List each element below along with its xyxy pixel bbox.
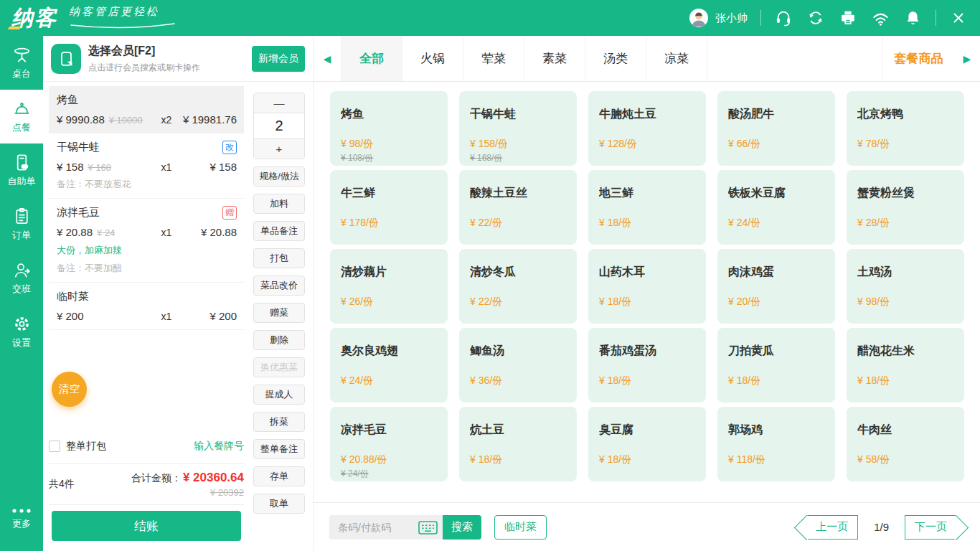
menu-item[interactable]: 郭场鸡 ¥ 118/份 bbox=[717, 407, 835, 481]
page-indicator: 1/9 bbox=[874, 521, 889, 533]
cloud-sync-icon[interactable] bbox=[806, 8, 826, 28]
dish-price: ¥ 18/份 bbox=[599, 296, 695, 309]
order-item-qty: x1 bbox=[151, 311, 182, 322]
order-item[interactable]: 凉拌毛豆 赠 ¥ 20.88 ¥ 24 x1 ¥ 20.88 大份，加麻加辣 备… bbox=[49, 199, 244, 283]
combo-products-tab[interactable]: 套餐商品 bbox=[882, 36, 954, 81]
menu-item[interactable]: 臭豆腐 ¥ 18/份 bbox=[588, 407, 706, 481]
username[interactable]: 张小帅 bbox=[715, 11, 748, 25]
prev-page-button[interactable]: 上一页 bbox=[806, 515, 858, 540]
order-item-badge[interactable]: 赠 bbox=[222, 206, 237, 220]
menu-item[interactable]: 牛肉丝 ¥ 58/份 bbox=[847, 407, 964, 481]
action-button[interactable]: 删除 bbox=[253, 330, 305, 350]
order-item[interactable]: 干锅牛蛙 改 ¥ 158 ¥ 168 x1 ¥ 158 备注：不要放葱花 bbox=[49, 133, 244, 199]
order-item[interactable]: 烤鱼 ¥ 9990.88 ¥ 10000 x2 ¥ 19981.76 bbox=[49, 86, 244, 133]
search-button[interactable]: 搜索 bbox=[443, 515, 481, 540]
menu-item[interactable]: 北京烤鸭 ¥ 78/份 bbox=[847, 91, 964, 166]
menu-item[interactable]: 地三鲜 ¥ 18/份 bbox=[588, 170, 706, 245]
action-button[interactable]: 拆菜 bbox=[253, 412, 305, 432]
action-button[interactable]: 赠菜 bbox=[253, 303, 305, 323]
action-button[interactable]: 单品备注 bbox=[253, 221, 305, 241]
category-scroll-right-icon[interactable]: ▶ bbox=[954, 36, 980, 81]
action-button[interactable]: 存单 bbox=[253, 466, 305, 486]
avatar[interactable] bbox=[689, 8, 709, 28]
category-scroll-left-icon[interactable]: ◀ bbox=[314, 36, 341, 81]
category-tab[interactable]: 素菜 bbox=[524, 36, 585, 81]
menu-item[interactable]: 凉拌毛豆 ¥ 20.88/份 ¥ 24/份 bbox=[330, 407, 448, 481]
member-select-header[interactable]: 选择会员[F2] 点击进行会员搜索或刷卡操作 新增会员 bbox=[43, 36, 313, 82]
clear-order-button[interactable]: 清空 bbox=[52, 372, 87, 407]
action-button[interactable]: 规格/做法 bbox=[253, 166, 305, 187]
menu-item[interactable]: 鲫鱼汤 ¥ 36/份 bbox=[459, 328, 577, 402]
menu-item[interactable]: 肉沫鸡蛋 ¥ 20/份 bbox=[717, 249, 835, 324]
sidebar-item-tables[interactable]: 桌台 bbox=[0, 36, 43, 90]
menu-item[interactable]: 牛三鲜 ¥ 178/份 bbox=[330, 170, 448, 245]
menu-item[interactable]: 炕土豆 ¥ 18/份 bbox=[459, 407, 577, 481]
bell-icon[interactable] bbox=[903, 8, 923, 28]
qty-plus-button[interactable]: + bbox=[254, 139, 304, 159]
dish-price: ¥ 18/份 bbox=[857, 375, 953, 387]
sidebar-item-settings[interactable]: 设置 bbox=[0, 305, 43, 359]
order-item-note: 备注：不要放葱花 bbox=[57, 178, 237, 191]
menu-item[interactable]: 铁板米豆腐 ¥ 24/份 bbox=[717, 170, 835, 245]
dish-price: ¥ 18/份 bbox=[599, 217, 695, 230]
menu-item[interactable]: 蟹黄粉丝煲 ¥ 28/份 bbox=[847, 170, 964, 245]
action-button[interactable]: 菜品改价 bbox=[253, 276, 305, 296]
action-button[interactable]: 换优惠菜 bbox=[253, 357, 305, 377]
category-tab[interactable]: 全部 bbox=[341, 36, 402, 81]
add-member-button[interactable]: 新增会员 bbox=[252, 46, 305, 72]
printer-icon[interactable] bbox=[838, 8, 858, 28]
menu-item[interactable]: 山药木耳 ¥ 18/份 bbox=[588, 249, 706, 324]
action-button[interactable]: 取单 bbox=[253, 494, 305, 514]
qty-minus-button[interactable]: — bbox=[254, 93, 304, 113]
menu-item[interactable]: 刀拍黄瓜 ¥ 18/份 bbox=[717, 328, 835, 402]
dish-name: 酸辣土豆丝 bbox=[470, 186, 566, 201]
dish-price: ¥ 98/份 bbox=[341, 138, 437, 151]
order-item-badge[interactable]: 改 bbox=[222, 141, 237, 154]
order-list-icon bbox=[12, 207, 32, 226]
menu-item[interactable]: 奥尔良鸡翅 ¥ 24/份 bbox=[330, 328, 448, 402]
sidebar-item-shift[interactable]: 交班 bbox=[0, 251, 43, 305]
close-icon[interactable] bbox=[948, 8, 969, 28]
menu-item[interactable]: 土鸡汤 ¥ 98/份 bbox=[847, 249, 964, 324]
menu-item[interactable]: 番茄鸡蛋汤 ¥ 18/份 bbox=[588, 328, 706, 402]
menu-item[interactable]: 清炒冬瓜 ¥ 22/份 bbox=[459, 249, 577, 324]
category-tab[interactable]: 凉菜 bbox=[646, 36, 707, 81]
temp-dish-button[interactable]: 临时菜 bbox=[494, 515, 547, 540]
order-item-qty: x2 bbox=[151, 114, 182, 126]
table-tag-link[interactable]: 输入餐牌号 bbox=[194, 440, 244, 453]
slogan-underline bbox=[69, 23, 176, 29]
menu-item[interactable]: 干锅牛蛙 ¥ 158/份 ¥ 168/份 bbox=[459, 91, 577, 166]
menu-item[interactable]: 牛腩炖土豆 ¥ 128/份 bbox=[588, 91, 706, 166]
menu-item[interactable]: 醋泡花生米 ¥ 18/份 bbox=[847, 328, 964, 402]
menu-item[interactable]: 清炒藕片 ¥ 26/份 bbox=[330, 249, 448, 324]
category-tab[interactable]: 荤菜 bbox=[463, 36, 524, 81]
table-icon bbox=[12, 45, 32, 65]
dish-price: ¥ 18/份 bbox=[728, 375, 824, 387]
category-tab[interactable]: 火锅 bbox=[402, 36, 463, 81]
menu-item[interactable]: 烤鱼 ¥ 98/份 ¥ 108/份 bbox=[330, 91, 448, 166]
order-item-price: ¥ 20.88 bbox=[57, 226, 93, 238]
next-page-button[interactable]: 下一页 bbox=[905, 515, 956, 540]
dish-price: ¥ 24/份 bbox=[728, 217, 824, 230]
action-button[interactable]: 整单备注 bbox=[253, 439, 305, 459]
action-button[interactable]: 提成人 bbox=[253, 385, 305, 405]
dish-name: 山药木耳 bbox=[599, 265, 695, 280]
sidebar: 桌台 点餐 自助单 订单 bbox=[0, 36, 43, 551]
menu-item[interactable]: 酸辣土豆丝 ¥ 22/份 bbox=[459, 170, 577, 245]
action-button[interactable]: 加料 bbox=[253, 194, 305, 214]
category-tab[interactable]: 汤类 bbox=[585, 36, 646, 81]
checkout-button[interactable]: 结账 bbox=[52, 511, 241, 541]
headset-icon[interactable] bbox=[773, 8, 793, 28]
dish-price: ¥ 178/份 bbox=[341, 217, 437, 230]
action-button[interactable]: 打包 bbox=[253, 248, 305, 268]
more-dots-icon bbox=[11, 507, 32, 514]
wifi-icon[interactable] bbox=[870, 8, 890, 28]
order-item[interactable]: 临时菜 ¥ 200 x1 ¥ 200 bbox=[49, 283, 244, 330]
sidebar-item-orders[interactable]: 订单 bbox=[0, 197, 43, 251]
sidebar-item-self-order[interactable]: 自助单 bbox=[0, 143, 43, 197]
keyboard-icon[interactable] bbox=[418, 521, 438, 537]
sidebar-item-more[interactable]: 更多 bbox=[0, 491, 43, 545]
menu-item[interactable]: 酸汤肥牛 ¥ 66/份 bbox=[717, 91, 835, 166]
pack-checkbox[interactable] bbox=[49, 441, 60, 452]
sidebar-item-ordering[interactable]: 点餐 bbox=[0, 90, 43, 143]
